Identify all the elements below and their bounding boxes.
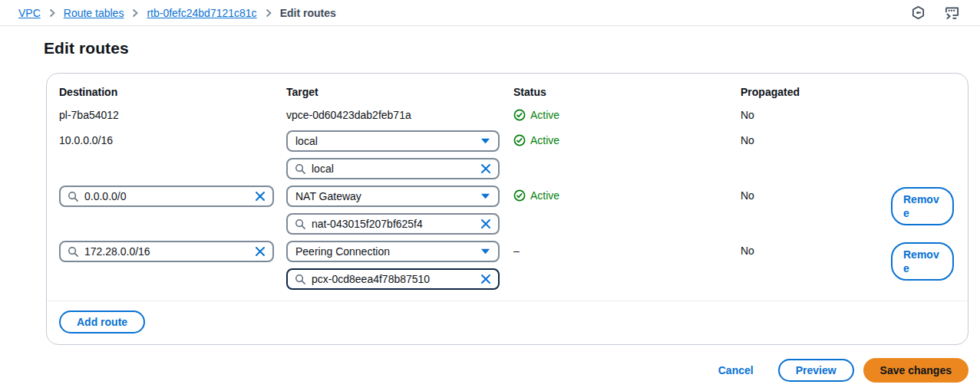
destination-input[interactable] [84, 245, 249, 258]
breadcrumb-current: Edit routes [280, 7, 336, 19]
column-header-destination: Destination [59, 86, 117, 98]
table-row: 10.0.0.0/16 local [59, 130, 955, 179]
table-header-row: Destination Target Status Propagated [59, 86, 955, 98]
chevron-down-icon [480, 248, 490, 255]
breadcrumb-bar: VPC Route tables rtb-0fefc24bd7121c81c E… [0, 0, 980, 26]
propagated-value: No [741, 245, 754, 257]
propagated-value: No [741, 109, 754, 121]
cancel-button[interactable]: Cancel [714, 363, 758, 377]
chevron-right-icon [48, 8, 56, 18]
clear-icon[interactable] [255, 246, 266, 257]
routes-table: Destination Target Status Propagated pl-… [47, 74, 968, 301]
target-search-field [286, 158, 500, 179]
column-header-target: Target [286, 86, 318, 98]
destination-input[interactable] [84, 190, 249, 202]
usage-history-icon[interactable] [911, 5, 926, 20]
search-icon [295, 219, 306, 230]
chevron-down-icon [480, 192, 490, 200]
remove-route-button[interactable]: Remove [891, 187, 954, 225]
save-changes-button[interactable]: Save changes [863, 358, 968, 383]
breadcrumb: VPC Route tables rtb-0fefc24bd7121c81c E… [18, 7, 336, 19]
status-empty: – [513, 245, 520, 257]
target-type-select[interactable]: NAT Gateway [286, 186, 500, 207]
target-type-select[interactable]: Peering Connection [286, 241, 500, 262]
breadcrumb-link-route-tables[interactable]: Route tables [64, 7, 124, 19]
chevron-right-icon [265, 8, 272, 18]
chevron-right-icon [131, 8, 139, 18]
column-header-status: Status [513, 86, 546, 98]
table-row: pl-7ba54012 vpce-0d60423dab2feb71a Activ… [59, 109, 955, 121]
clear-icon[interactable] [480, 163, 491, 174]
propagated-value: No [741, 189, 754, 202]
destination-search-field [59, 241, 274, 262]
search-icon [295, 274, 306, 285]
breadcrumb-link-route-table-id[interactable]: rtb-0fefc24bd7121c81c [147, 7, 256, 19]
search-icon [68, 246, 79, 258]
target-search-input[interactable] [312, 218, 475, 230]
target-search-input[interactable] [312, 163, 475, 175]
target-type-select[interactable]: local [286, 130, 500, 152]
status-label: Active [530, 109, 559, 121]
table-row: Peering Connection – No Remo [59, 241, 955, 290]
check-circle-icon [513, 134, 526, 146]
search-icon [68, 191, 79, 202]
breadcrumb-link-vpc[interactable]: VPC [18, 7, 41, 19]
column-header-propagated: Propagated [741, 86, 800, 98]
page-title: Edit routes [44, 39, 980, 58]
card-footer: Add route [47, 301, 968, 344]
check-circle-icon [513, 109, 526, 121]
status-badge: Active [513, 189, 741, 202]
target-search-input[interactable] [312, 273, 475, 285]
target-type-selected: NAT Gateway [295, 190, 361, 202]
search-icon [295, 163, 306, 175]
status-label: Active [530, 134, 559, 146]
add-route-button[interactable]: Add route [59, 310, 145, 334]
destination-value: pl-7ba54012 [59, 109, 119, 121]
target-type-selected: Peering Connection [295, 245, 390, 258]
status-badge: Active [513, 109, 741, 121]
destination-value: 10.0.0.0/16 [59, 134, 113, 146]
status-label: Active [530, 189, 559, 202]
topbar-icons [911, 5, 960, 21]
edit-routes-card: Destination Target Status Propagated pl-… [46, 73, 968, 345]
chevron-down-icon [480, 137, 490, 145]
remove-route-button[interactable]: Remove [891, 242, 954, 281]
check-circle-icon [513, 189, 526, 202]
cloudshell-icon[interactable] [944, 5, 960, 21]
clear-icon[interactable] [480, 219, 491, 229]
status-badge: Active [513, 134, 741, 146]
form-actions: Cancel Preview Save changes [0, 358, 968, 383]
target-search-field [286, 268, 500, 290]
destination-search-field [59, 186, 274, 207]
table-row: NAT Gateway Active [59, 186, 955, 235]
clear-icon[interactable] [480, 274, 491, 284]
preview-button[interactable]: Preview [778, 359, 854, 382]
target-type-selected: local [295, 135, 318, 147]
propagated-value: No [741, 134, 754, 146]
target-value: vpce-0d60423dab2feb71a [286, 109, 411, 121]
target-search-field [286, 213, 500, 235]
clear-icon[interactable] [255, 191, 266, 202]
